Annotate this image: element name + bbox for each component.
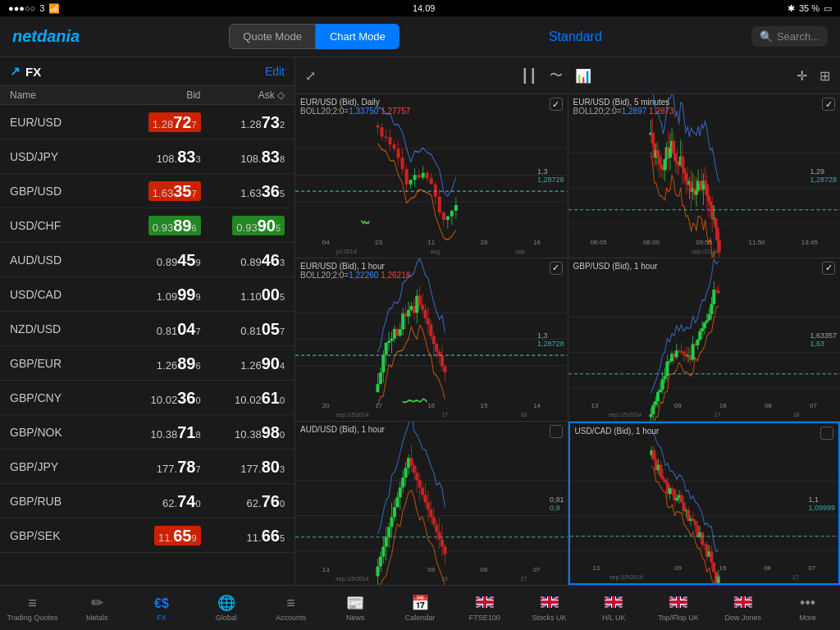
quote-row[interactable]: GBP/SEK11.65911.665 — [0, 518, 294, 553]
chart-cell-chart3[interactable]: EUR/USD (Bid), 1 hourBOLL20;2:0=1,22260 … — [295, 258, 568, 422]
quote-row[interactable]: EUR/USD1.287271.28732 — [0, 105, 294, 139]
ask-price: 0.93905 — [201, 216, 285, 235]
quote-row[interactable]: GBP/JPY177.787177.803 — [0, 450, 294, 484]
svg-rect-116 — [706, 195, 710, 201]
ask-main: 73 — [262, 114, 280, 130]
svg-rect-173 — [429, 324, 432, 336]
bid-prefix: 1.09 — [157, 290, 177, 303]
ask-sup: 4 — [280, 361, 285, 371]
nav-item-calendar[interactable]: 📅Calendar — [388, 590, 453, 626]
chart-checkbox[interactable] — [822, 262, 835, 275]
chart-checkbox[interactable] — [550, 98, 563, 111]
grid-icon[interactable]: ⊞ — [819, 68, 830, 84]
nav-item-news[interactable]: 📰News — [323, 590, 388, 626]
ask-prefix: 0.93 — [236, 221, 257, 234]
bid-main: 89 — [177, 355, 195, 372]
ask-prefix: 62. — [247, 497, 262, 509]
svg-rect-5 — [376, 126, 379, 127]
nav-item-dow-jones[interactable]: Dow Jones — [710, 591, 775, 626]
svg-rect-43 — [454, 205, 458, 211]
bottom-nav: ≡Trading Quotes✏Metals€$FX🌐Global≡Accoun… — [0, 585, 840, 630]
nav-item-more[interactable]: •••More — [775, 591, 840, 626]
bid-main: 72 — [173, 114, 191, 130]
chart-price-right: 1,633571,63 — [810, 331, 837, 348]
bid-price: 108.833 — [116, 148, 201, 165]
quote-name: AUD/USD — [10, 253, 116, 267]
chart-price-right: 1,291,28728 — [810, 167, 837, 184]
nav-item-hl-uk[interactable]: H/L UK — [582, 591, 646, 626]
quote-name: GBP/NOK — [10, 426, 116, 439]
svg-rect-33 — [434, 185, 437, 197]
svg-rect-387 — [541, 600, 559, 604]
quote-row[interactable]: GBP/USD1.633571.63365 — [0, 174, 294, 208]
quote-row[interactable]: GBP/EUR1.268961.26904 — [0, 346, 294, 381]
nav-item-stocks-uk[interactable]: Stocks UK — [517, 591, 582, 626]
nav-item-trading-quotes[interactable]: ≡Trading Quotes — [0, 591, 65, 626]
svg-rect-7 — [380, 127, 383, 136]
chart-x-sub: jul.2014aug.sep. — [295, 249, 568, 254]
chart-checkbox[interactable] — [822, 98, 835, 111]
nav-item-accounts[interactable]: ≡Accounts — [258, 591, 323, 626]
ask-sup: 8 — [280, 154, 285, 164]
chart-cell-chart5[interactable]: AUD/USD (Bid), 1 hour0,910,91310090807se… — [295, 422, 568, 585]
chart-cell-chart4[interactable]: GBP/USD (Bid), 1 hour1,633571,6313091608… — [568, 258, 841, 422]
quote-row[interactable]: GBP/NOK10.3871810.38980 — [0, 415, 294, 450]
quote-row[interactable]: NZD/USD0.810470.81057 — [0, 312, 294, 346]
quote-row[interactable]: USD/JPY108.833108.838 — [0, 139, 294, 174]
nav-item-topflop-uk[interactable]: Top/Flop UK — [646, 591, 711, 626]
svg-rect-78 — [673, 153, 677, 161]
quote-row[interactable]: USD/CAD1.099991.10005 — [0, 277, 294, 312]
nav-item-metals[interactable]: ✏Metals — [65, 590, 130, 626]
svg-rect-62 — [660, 164, 663, 169]
nav-item-global[interactable]: 🌐Global — [194, 590, 258, 626]
main-content: ↗ FX Edit Name Bid Ask ◇ EUR/USD1.287271… — [0, 57, 840, 585]
chart-label: GBP/USD (Bid), 1 hour — [573, 262, 658, 271]
chart-cell-chart2[interactable]: EUR/USD (Bid), 5 minutesBOLL20;2:0=1,289… — [568, 94, 841, 258]
search-box[interactable]: 🔍 Search... — [751, 26, 828, 47]
quote-row[interactable]: AUD/USD0.894590.89463 — [0, 243, 294, 277]
chart-canvas — [568, 94, 841, 258]
chart-checkbox[interactable] — [820, 427, 833, 440]
chart-canvas — [295, 258, 568, 422]
svg-rect-169 — [424, 309, 427, 318]
chart-checkbox[interactable] — [550, 262, 563, 275]
svg-rect-112 — [703, 180, 706, 184]
chart-panel: ⤢ ┃┃ 〜 📊 ✛ ⊞ EUR/USD (Bid), DailyBOLL20;… — [295, 57, 840, 585]
chart-mode-button[interactable]: Chart Mode — [316, 24, 399, 49]
expand-icon[interactable]: ⤢ — [305, 68, 316, 84]
nav-item-fx[interactable]: €$FX — [130, 591, 194, 626]
svg-rect-230 — [696, 340, 699, 345]
crosshair-icon[interactable]: ✛ — [797, 68, 807, 84]
line-chart-icon[interactable]: 〜 — [550, 67, 563, 84]
svg-rect-312 — [652, 450, 655, 459]
nav-label-news: News — [346, 614, 365, 622]
bid-price: 0.81047 — [116, 321, 201, 337]
svg-rect-281 — [413, 466, 416, 473]
quote-mode-button[interactable]: Quote Mode — [229, 24, 316, 49]
chart-cell-chart1[interactable]: EUR/USD (Bid), DailyBOLL20;2:0=1,33750 1… — [295, 94, 568, 258]
quote-row[interactable]: USD/CHF0.938960.93905 — [0, 208, 294, 243]
svg-rect-106 — [698, 180, 701, 183]
chart-cell-chart6[interactable]: USD/CAD (Bid), 1 hour1,11,09999130916080… — [568, 422, 841, 585]
bid-badge: 0.93896 — [148, 216, 201, 235]
edit-button[interactable]: Edit — [265, 65, 285, 78]
chart-label: USD/CAD (Bid), 1 hour — [575, 427, 660, 436]
bid-prefix: 0.81 — [157, 325, 177, 337]
svg-rect-58 — [655, 150, 659, 157]
bar-chart-icon[interactable]: ┃┃ — [521, 68, 537, 84]
ask-price: 10.02610 — [201, 390, 285, 406]
quote-name: GBP/CNY — [10, 391, 116, 404]
candlestick-icon[interactable]: 📊 — [575, 68, 591, 84]
svg-rect-303 — [443, 547, 446, 555]
ask-main: 61 — [262, 390, 280, 406]
svg-rect-177 — [435, 344, 438, 351]
svg-rect-21 — [409, 180, 413, 185]
chart-checkbox[interactable] — [550, 425, 563, 438]
svg-rect-80 — [675, 161, 678, 164]
nav-item-ftse100[interactable]: FTSE100 — [452, 591, 517, 626]
nav-icon-ftse100 — [476, 595, 494, 612]
quote-row[interactable]: GBP/CNY10.0236010.02610 — [0, 381, 294, 415]
fx-panel: ↗ FX Edit Name Bid Ask ◇ EUR/USD1.287271… — [0, 57, 295, 585]
quote-row[interactable]: GBP/RUB62.74062.760 — [0, 484, 294, 518]
ask-price: 62.760 — [201, 493, 285, 509]
